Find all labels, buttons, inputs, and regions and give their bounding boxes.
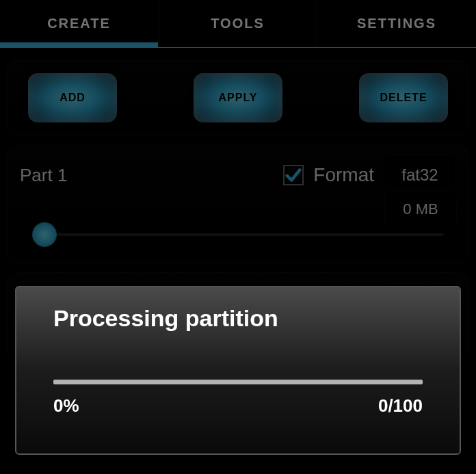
- progress-bar: [53, 380, 423, 384]
- progress-percent: 0%: [53, 395, 79, 417]
- progress-count: 0/100: [378, 395, 423, 417]
- dialog-title: Processing partition: [53, 305, 423, 332]
- progress-row: 0% 0/100: [53, 395, 423, 417]
- progress-dialog: Processing partition 0% 0/100: [15, 286, 461, 455]
